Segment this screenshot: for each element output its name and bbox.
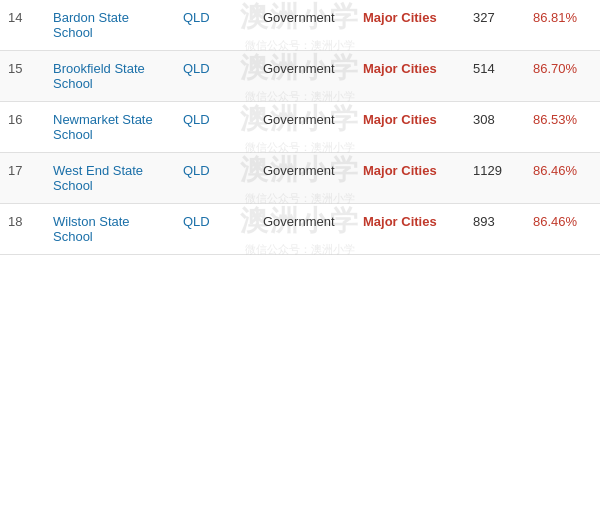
cell-school-name[interactable]: Newmarket State School [45, 102, 175, 152]
cell-rank: 14 [0, 0, 45, 50]
cell-state: QLD [175, 0, 255, 50]
cell-state: QLD [175, 51, 255, 101]
table-row: 18 Wilston State School QLD Government M… [0, 204, 600, 255]
cell-sector: Government [255, 51, 355, 101]
cell-students: 308 [465, 102, 525, 152]
cell-state: QLD [175, 204, 255, 254]
cell-area: Major Cities [355, 0, 465, 50]
cell-students: 1129 [465, 153, 525, 203]
cell-school-name[interactable]: West End State School [45, 153, 175, 203]
cell-rank: 16 [0, 102, 45, 152]
table-row: 17 West End State School QLD Government … [0, 153, 600, 204]
cell-area: Major Cities [355, 102, 465, 152]
cell-school-name[interactable]: Bardon State School [45, 0, 175, 50]
cell-sector: Government [255, 0, 355, 50]
table-row: 15 Brookfield State School QLD Governmen… [0, 51, 600, 102]
table-row: 16 Newmarket State School QLD Government… [0, 102, 600, 153]
cell-sector: Government [255, 153, 355, 203]
cell-rank: 18 [0, 204, 45, 254]
cell-state: QLD [175, 102, 255, 152]
cell-score: 86.70% [525, 51, 600, 101]
cell-area: Major Cities [355, 153, 465, 203]
cell-state: QLD [175, 153, 255, 203]
cell-students: 893 [465, 204, 525, 254]
cell-score: 86.46% [525, 153, 600, 203]
cell-score: 86.46% [525, 204, 600, 254]
cell-rank: 17 [0, 153, 45, 203]
cell-area: Major Cities [355, 51, 465, 101]
cell-sector: Government [255, 102, 355, 152]
cell-students: 514 [465, 51, 525, 101]
cell-school-name[interactable]: Brookfield State School [45, 51, 175, 101]
cell-score: 86.81% [525, 0, 600, 50]
table-row: 14 Bardon State School QLD Government Ma… [0, 0, 600, 51]
cell-sector: Government [255, 204, 355, 254]
cell-area: Major Cities [355, 204, 465, 254]
cell-school-name[interactable]: Wilston State School [45, 204, 175, 254]
cell-rank: 15 [0, 51, 45, 101]
cell-students: 327 [465, 0, 525, 50]
cell-score: 86.53% [525, 102, 600, 152]
school-rankings-table: 14 Bardon State School QLD Government Ma… [0, 0, 600, 255]
